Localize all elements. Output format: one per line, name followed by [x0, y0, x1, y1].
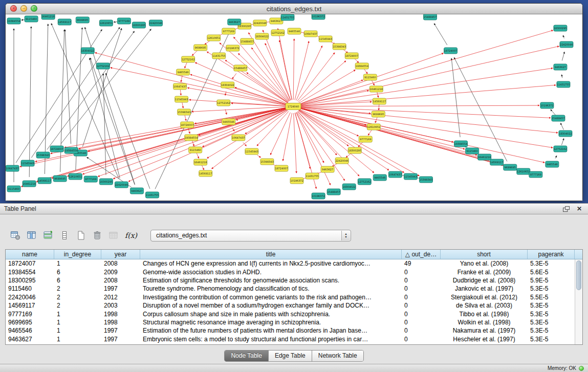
- cell-pagerank[interactable]: 5.9E-5: [528, 277, 575, 284]
- graph-node[interactable]: 11431755: [145, 192, 159, 198]
- graph-node[interactable]: 12752162: [358, 179, 371, 185]
- graph-node[interactable]: 18304022: [559, 130, 572, 137]
- cell-pagerank[interactable]: 5.3E-5: [528, 311, 575, 318]
- table-row[interactable]: 946362711997Embryonic stem cells: a mode…: [6, 335, 575, 343]
- network-canvas[interactable]: 1275216294655461064743711545943153983431…: [6, 14, 582, 201]
- column-header-year[interactable]: year: [101, 250, 140, 259]
- graph-node[interactable]: 22420046: [335, 158, 349, 164]
- table-row[interactable]: 1872400712008Changes of HCN gene express…: [6, 259, 575, 268]
- cell-name[interactable]: 22420046: [6, 294, 54, 301]
- network-window-titlebar[interactable]: × − + citations_edges.txt: [6, 4, 582, 14]
- graph-node[interactable]: 9465546: [288, 28, 301, 34]
- graph-node[interactable]: 12610651: [69, 173, 82, 180]
- cell-short[interactable]: Tibbo et al. (1998): [441, 311, 528, 318]
- cell-pagerank[interactable]: 5.5E-5: [528, 294, 575, 301]
- graph-node[interactable]: 18724007: [275, 165, 288, 171]
- graph-node[interactable]: 15488457: [552, 115, 565, 121]
- graph-node[interactable]: 9115460: [466, 148, 479, 154]
- graph-node[interactable]: 12752162: [554, 146, 567, 152]
- cell-short[interactable]: Wolkin et al. (1998): [441, 319, 528, 326]
- cell-in_degree[interactable]: 1: [54, 319, 101, 326]
- cell-name[interactable]: 9115460: [6, 285, 54, 292]
- cell-out_degree[interactable]: 0: [402, 311, 441, 318]
- cell-title[interactable]: Genome-wide association studies in ADHD.: [140, 269, 402, 276]
- cell-pagerank[interactable]: 5.3E-5: [528, 302, 575, 309]
- graph-node[interactable]: 15398343: [333, 43, 346, 50]
- graph-node[interactable]: 18300295: [348, 147, 361, 154]
- table-row[interactable]: 911546021997Tourette syndrome. Phenomeno…: [6, 285, 575, 293]
- graph-node[interactable]: 18304022: [221, 82, 234, 88]
- graph-node[interactable]: 16461218: [369, 86, 383, 92]
- graph-node[interactable]: 18724007: [50, 146, 63, 152]
- graph-node[interactable]: 10647437: [304, 31, 317, 37]
- graph-node[interactable]: 19384554: [355, 63, 368, 69]
- graph-node[interactable]: 16461218: [41, 14, 55, 19]
- column-header-name[interactable]: name: [6, 250, 54, 259]
- close-panel-icon[interactable]: ✕: [575, 205, 584, 213]
- graph-node[interactable]: 18304022: [342, 184, 356, 190]
- graph-node[interactable]: 9777169: [359, 136, 372, 142]
- cell-in_degree[interactable]: 1: [54, 260, 101, 267]
- cell-out_degree[interactable]: 0: [402, 277, 441, 284]
- graph-node[interactable]: 18300295: [132, 22, 145, 28]
- graph-node[interactable]: 9777169: [84, 176, 97, 182]
- cell-title[interactable]: Structural magnetic resonance image aver…: [140, 319, 402, 326]
- cell-short[interactable]: Stergiakouli et al. (2012): [441, 294, 528, 301]
- cell-title[interactable]: Tourette syndrome. Phenomenology and cla…: [140, 285, 402, 292]
- cell-title[interactable]: Corpus callosum shape and size in male p…: [140, 311, 402, 318]
- cell-title[interactable]: Embryonic stem cells: a model to study s…: [140, 336, 402, 343]
- graph-node[interactable]: 12610651: [99, 20, 113, 26]
- cell-short[interactable]: Dudbridge et al. (2008): [441, 277, 528, 284]
- cell-short[interactable]: Franke et al. (2009): [441, 269, 528, 276]
- cell-in_degree[interactable]: 1: [54, 311, 101, 318]
- cell-pagerank[interactable]: 5.3E-5: [528, 327, 575, 334]
- cell-name[interactable]: 19384554: [6, 269, 54, 276]
- graph-node[interactable]: 11545943: [21, 160, 34, 166]
- graph-node[interactable]: 22420046: [149, 20, 162, 26]
- graph-node[interactable]: 18300295: [99, 179, 113, 185]
- graph-node[interactable]: 14569117: [58, 19, 71, 25]
- cell-name[interactable]: 9699695: [6, 319, 54, 326]
- cell-name[interactable]: 18724007: [6, 260, 54, 267]
- cell-short[interactable]: Jankovic et al. (1997): [441, 285, 528, 292]
- graph-node[interactable]: 10647437: [388, 171, 402, 178]
- graph-node[interactable]: 15398343: [419, 177, 432, 183]
- table-row[interactable]: 977716911998Corpus callosum shape and si…: [6, 310, 575, 318]
- graph-node[interactable]: 11431755: [306, 173, 319, 179]
- cell-name[interactable]: 18300295: [6, 277, 54, 284]
- graph-node[interactable]: 16461218: [194, 159, 207, 165]
- graph-node[interactable]: 9699695: [372, 111, 385, 117]
- graph-node[interactable]: 12752162: [182, 56, 195, 62]
- cell-year[interactable]: 2008: [101, 277, 140, 284]
- table-settings-icon[interactable]: [8, 229, 23, 242]
- cell-title[interactable]: Estimation of significance thresholds fo…: [140, 277, 402, 284]
- row-height-icon[interactable]: [57, 229, 72, 242]
- cell-pagerank[interactable]: 5.3E-5: [528, 260, 575, 267]
- column-header-short[interactable]: short: [441, 250, 528, 259]
- column-header-out_degree[interactable]: △ out_de…: [402, 250, 441, 259]
- graph-node[interactable]: 9115460: [363, 74, 377, 80]
- cell-year[interactable]: 1997: [101, 285, 140, 292]
- cell-year[interactable]: 1998: [101, 319, 140, 326]
- graph-node[interactable]: 9465546: [222, 119, 235, 125]
- tab-node-table[interactable]: Node Table: [225, 351, 269, 361]
- graph-node[interactable]: 9699695: [76, 17, 89, 23]
- graph-node[interactable]: 9777169: [117, 18, 130, 24]
- graph-node[interactable]: 11545943: [175, 96, 188, 102]
- table-row[interactable]: 946554611997Estimation of the future num…: [6, 326, 575, 335]
- cell-short[interactable]: de Silva et al. (2003): [441, 302, 528, 309]
- cell-year[interactable]: 1997: [101, 336, 140, 343]
- graph-node[interactable]: 9115460: [189, 147, 202, 153]
- graph-node[interactable]: 11431755: [281, 14, 294, 20]
- cell-short[interactable]: Hescheler et al. (1997): [441, 336, 528, 343]
- cell-in_degree[interactable]: 2: [54, 285, 101, 292]
- vertical-scrollbar[interactable]: [575, 259, 582, 344]
- graph-node[interactable]: 15488457: [241, 38, 254, 45]
- graph-node[interactable]: 12610651: [517, 168, 530, 174]
- graph-node[interactable]: 10647437: [173, 83, 187, 90]
- graph-node[interactable]: 18724007: [444, 48, 458, 54]
- select-rows-icon[interactable]: [41, 229, 55, 242]
- graph-node[interactable]: 15398343: [260, 159, 274, 165]
- cell-year[interactable]: 1997: [101, 327, 140, 334]
- graph-node[interactable]: 11431755: [557, 81, 570, 87]
